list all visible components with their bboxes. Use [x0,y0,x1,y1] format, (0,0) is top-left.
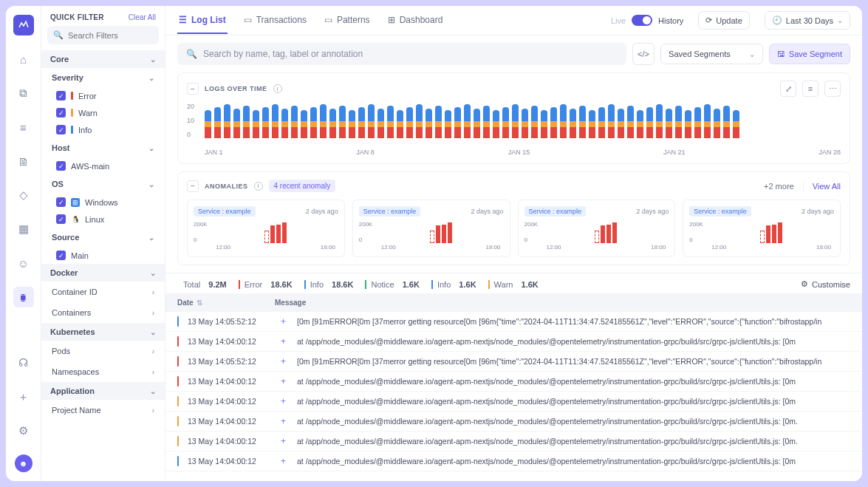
info-icon[interactable]: i [273,84,282,93]
tab-patterns[interactable]: ▭Patterns [323,7,372,34]
link-namespaces[interactable]: Namespaces› [41,361,165,382]
link-pods[interactable]: Pods› [41,341,165,361]
filter-item-os[interactable]: ✓ ⊞ Windows [41,194,165,211]
severity-bar-icon [177,416,179,426]
log-row[interactable]: 13 May 14:04:00:12 + at /app/node_module… [165,372,862,392]
save-segment-button[interactable]: 🖫Save Segment [769,44,850,64]
nav-headset-icon[interactable]: ☊ [13,353,34,373]
summary-item[interactable]: Notice 1.6K [365,280,420,289]
clear-all-button[interactable]: Clear All [129,13,156,21]
main-search[interactable]: 🔍Search by name, tag, label or annotatio… [177,43,626,65]
group-docker[interactable]: Docker⌄ [41,264,165,282]
th-date[interactable]: Date [177,299,194,307]
chart-bar [656,103,663,138]
collapse-button[interactable]: − [187,83,199,95]
filter-item-host[interactable]: ✓AWS-main [41,157,165,174]
summary-item[interactable]: Warn 1.6K [488,280,539,289]
date-range-dropdown[interactable]: 🕘Last 30 Days⌄ [765,11,850,30]
expand-row-button[interactable]: + [281,316,288,327]
group-application[interactable]: Application⌄ [41,382,165,400]
anomaly-card[interactable]: Service : example2 days ago 200K0 12:001… [518,200,676,257]
link-project-name[interactable]: Project Name› [41,400,165,420]
code-button[interactable]: </> [632,43,655,65]
summary-item[interactable]: Error 18.6K [239,280,293,289]
sub-host[interactable]: Host⌄ [41,138,165,157]
sub-os[interactable]: OS⌄ [41,174,165,194]
log-date: 13 May 14:05:52:12 [188,317,272,326]
expand-row-button[interactable]: + [281,396,288,406]
tab-dashboard[interactable]: ⊞Dashboard [386,7,445,34]
nav-chart-icon[interactable]: ⧯ [13,287,34,307]
filter-search-input[interactable] [68,31,170,40]
expand-row-button[interactable]: + [281,356,288,367]
info-icon[interactable]: i [254,182,263,191]
app-logo[interactable] [13,15,34,35]
nav-grid-icon[interactable]: ▦ [13,219,34,239]
anomaly-card[interactable]: Service : example2 days ago 200K0 12:001… [683,200,841,257]
tab-log-list[interactable]: ☰Log List [177,7,228,34]
customise-button[interactable]: ⚙Customise [801,279,850,289]
summary-item[interactable]: Info 1.6K [431,280,476,289]
th-message[interactable]: Message [275,299,850,307]
more-icon[interactable]: ⋯ [824,81,841,97]
anomaly-bar [264,231,269,243]
nav-file-icon[interactable]: 🗎 [13,151,34,171]
live-toggle[interactable] [632,15,652,26]
log-row[interactable]: 13 May 14:04:00:12 + at /app/node_module… [165,432,862,452]
link-containers[interactable]: Containers› [41,302,165,323]
nav-bell-icon[interactable]: ◇ [13,185,34,205]
filter-icon[interactable]: ≡ [802,81,819,97]
tab-transactions[interactable]: ▭Transactions [242,7,308,34]
chart-bar [272,103,278,138]
log-row[interactable]: 13 May 14:04:00:12 + at /app/node_module… [165,452,862,471]
log-row[interactable]: 13 May 14:05:52:12 + [0m [91mERROR[0m [3… [165,352,862,372]
chart-bar [329,103,336,138]
filter-item-severity[interactable]: ✓ Warn [41,104,165,121]
sub-source[interactable]: Source⌄ [41,228,165,247]
os-icon: 🐧 [71,215,80,224]
summary-item[interactable]: Info 18.6K [304,280,354,289]
group-kubernetes[interactable]: Kubernetes⌄ [41,323,165,341]
filter-item-severity[interactable]: ✓ Info [41,121,165,138]
filter-item-severity[interactable]: ✓ Error [41,87,165,104]
expand-row-button[interactable]: + [281,336,288,347]
sort-icon[interactable]: ⇅ [197,299,202,307]
expand-icon[interactable]: ⤢ [780,81,796,97]
chart-bar [541,103,547,138]
sub-severity[interactable]: Severity⌄ [41,68,165,87]
chart-bar [589,103,595,138]
chart-bar [694,103,701,138]
log-row[interactable]: 13 May 14:04:00:12 + at /app/node_module… [165,332,862,352]
nav-settings-icon[interactable]: ⚙ [13,420,34,441]
anomaly-card[interactable]: Service : example2 days ago 200K0 12:001… [352,200,510,257]
link-container-id[interactable]: Container ID› [41,282,165,302]
log-row[interactable]: 13 May 14:04:00:12 + at /app/node_module… [165,392,862,412]
chart-bar [598,103,605,138]
nav-bot-icon[interactable]: ☺ [13,253,34,273]
refresh-icon: ⟳ [705,16,712,25]
nav-avatar[interactable]: ☻ [15,454,33,472]
anomaly-card[interactable]: Service : example2 days ago 200K0 12:001… [187,200,345,257]
chart-bar [435,103,442,138]
logs-over-time-panel: − LOGS OVER TIME i ⤢ ≡ ⋯ 20 10 0 [177,72,850,164]
expand-row-button[interactable]: + [281,416,288,426]
nav-stack-icon[interactable]: ⧉ [13,83,34,103]
view-all-button[interactable]: View All [803,182,841,191]
filter-item-os[interactable]: ✓ 🐧 Linux [41,211,165,228]
nav-list-icon[interactable]: ≡ [13,117,34,137]
log-date: 13 May 14:04:00:12 [188,417,272,426]
update-button[interactable]: ⟳Update [698,11,749,30]
anomaly-bar [766,225,770,243]
collapse-button[interactable]: − [187,180,199,192]
filter-search[interactable]: 🔍 [47,26,159,44]
group-core[interactable]: Core⌄ [41,50,165,68]
log-row[interactable]: 13 May 14:04:00:12 + at /app/node_module… [165,412,862,432]
saved-segments-dropdown[interactable]: Saved Segments⌄ [660,44,763,64]
nav-home-icon[interactable]: ⌂ [13,49,34,69]
filter-item-source[interactable]: ✓Main [41,247,165,264]
expand-row-button[interactable]: + [281,376,288,386]
nav-plus-icon[interactable]: ＋ [13,386,34,407]
expand-row-button[interactable]: + [281,456,288,466]
expand-row-button[interactable]: + [281,436,288,446]
log-row[interactable]: 13 May 14:05:52:12 + [0m [91mERROR[0m [3… [165,312,862,332]
